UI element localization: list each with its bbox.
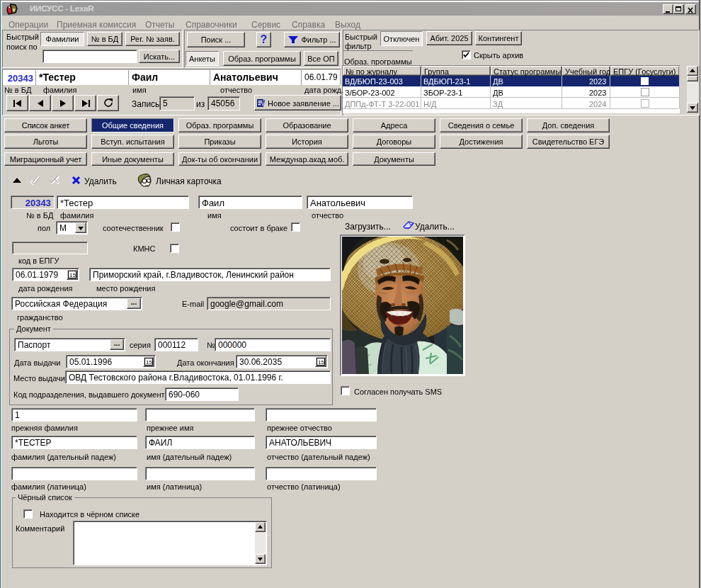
svg-text:15: 15 <box>318 359 324 366</box>
svg-text:15: 15 <box>69 272 76 278</box>
svg-text:15: 15 <box>146 359 152 366</box>
